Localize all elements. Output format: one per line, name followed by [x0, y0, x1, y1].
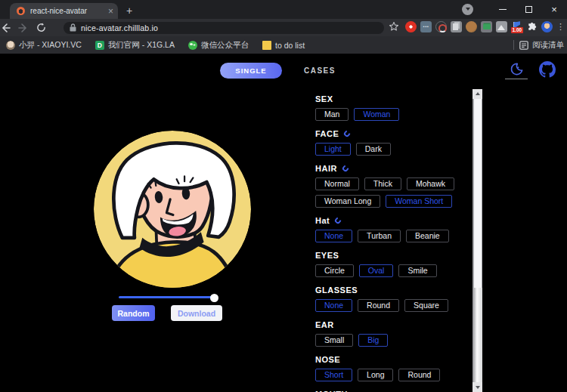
- config-panel: SEXManWomanFACELightDarkHAIRNormalThickM…: [315, 94, 470, 392]
- scroll-down-icon[interactable]: [472, 382, 482, 392]
- folder-extension-icon[interactable]: [481, 21, 492, 32]
- flag-extension-icon[interactable]: 1.00: [511, 21, 522, 32]
- browser-update-icon[interactable]: [462, 4, 473, 15]
- shuffle-icon[interactable]: [334, 216, 342, 224]
- back-icon[interactable]: [0, 23, 18, 33]
- config-scrollbar[interactable]: [472, 89, 482, 392]
- option-woman-long[interactable]: Woman Long: [315, 195, 380, 208]
- config-section-eyes: EYESCircleOvalSmile: [315, 250, 470, 277]
- option-short[interactable]: Short: [315, 369, 352, 381]
- section-label: EYES: [315, 250, 470, 260]
- moon-theme-icon[interactable]: [505, 60, 528, 78]
- close-button[interactable]: ×: [541, 0, 567, 19]
- config-section-glasses: GLASSESNoneRoundSquare: [315, 285, 470, 312]
- option-smile[interactable]: Smile: [398, 264, 436, 277]
- active-indicator: [505, 79, 528, 79]
- option-square[interactable]: Square: [404, 299, 448, 312]
- config-section-ear: EARSmallBig: [315, 319, 470, 347]
- config-section-hat: HatNoneTurbanBeanie: [315, 215, 470, 242]
- section-label: Hat: [315, 215, 470, 225]
- option-small[interactable]: Small: [315, 334, 353, 347]
- section-label: EAR: [315, 319, 470, 329]
- option-beanie[interactable]: Beanie: [406, 230, 449, 242]
- bookmark-item[interactable]: 微信公众平台: [188, 40, 249, 51]
- yellow-note-favicon-icon: [262, 41, 271, 50]
- option-thick[interactable]: Thick: [364, 177, 401, 190]
- option-turban[interactable]: Turban: [358, 230, 401, 242]
- option-none[interactable]: None: [315, 299, 352, 312]
- reading-list-icon: [519, 41, 528, 50]
- shuffle-icon[interactable]: [343, 129, 352, 137]
- download-button[interactable]: Download: [171, 305, 222, 321]
- dial-extension-icon[interactable]: [435, 21, 447, 32]
- bookmark-star-icon[interactable]: [389, 21, 399, 32]
- kebab-menu-icon[interactable]: ⋮: [556, 21, 564, 32]
- bookmark-item[interactable]: to do list: [262, 41, 305, 50]
- tab-close-icon[interactable]: ×: [108, 7, 113, 16]
- reload-icon[interactable]: [36, 23, 54, 32]
- option-long[interactable]: Long: [358, 369, 393, 381]
- config-section-mouth: MOUTH: [315, 389, 470, 392]
- option-woman[interactable]: Woman: [354, 108, 399, 121]
- github-icon[interactable]: [537, 60, 558, 79]
- tab-cases[interactable]: CASES: [304, 66, 336, 75]
- green-d-favicon-icon: [95, 41, 104, 50]
- image-extension-icon[interactable]: [496, 21, 507, 32]
- option-mohawk[interactable]: Mohawk: [407, 177, 454, 190]
- option-circle[interactable]: Circle: [315, 264, 354, 277]
- option-man[interactable]: Man: [315, 108, 349, 121]
- bookmark-item[interactable]: 小羿 - XIAOYI.VC: [6, 40, 82, 51]
- option-normal[interactable]: Normal: [315, 177, 359, 190]
- copy-extension-icon[interactable]: [451, 21, 462, 32]
- scrollbar-thumb[interactable]: [473, 99, 482, 288]
- section-label: HAIR: [315, 163, 470, 173]
- slider-thumb[interactable]: [210, 294, 218, 302]
- reading-list-button[interactable]: 阅读清单: [519, 40, 567, 51]
- lock-icon: [70, 23, 76, 32]
- page-content: SINGLE CASES: [0, 54, 567, 392]
- url-text: nice-avatar.chilllab.io: [81, 23, 158, 32]
- option-none[interactable]: None: [315, 230, 352, 242]
- section-label: SEX: [315, 94, 470, 103]
- slider-track[interactable]: [119, 296, 218, 298]
- option-big[interactable]: Big: [358, 334, 388, 347]
- shuffle-icon[interactable]: [341, 164, 349, 172]
- section-label: GLASSES: [315, 285, 470, 295]
- bookmarks-bar: 小羿 - XIAOYI.VC 我们官网 - X1G.LA 微信公众平台 to d…: [0, 36, 567, 54]
- option-dark[interactable]: Dark: [356, 143, 391, 156]
- cookie-extension-icon[interactable]: [466, 21, 477, 32]
- option-round[interactable]: Round: [398, 369, 440, 381]
- minimize-button[interactable]: [490, 0, 516, 19]
- random-button[interactable]: Random: [112, 305, 155, 321]
- section-label: FACE: [315, 128, 470, 138]
- option-oval[interactable]: Oval: [359, 264, 394, 277]
- option-round[interactable]: Round: [358, 299, 399, 312]
- dots-extension-icon[interactable]: [420, 21, 432, 32]
- site-favicon-icon: [17, 7, 25, 15]
- browser-toolbar: nice-avatar.chilllab.io 1.00 ⋮: [0, 19, 567, 36]
- profile-avatar-icon[interactable]: [541, 21, 553, 32]
- section-label: NOSE: [315, 354, 470, 364]
- red-dot-extension-icon[interactable]: [405, 21, 417, 32]
- extensions-puzzle-icon[interactable]: [526, 21, 538, 32]
- option-light[interactable]: Light: [315, 143, 351, 156]
- scroll-up-icon[interactable]: [472, 89, 482, 99]
- bookmark-item[interactable]: 我们官网 - X1G.LA: [95, 40, 175, 51]
- browser-titlebar: react-nice-avatar × + ×: [0, 0, 567, 19]
- browser-tab[interactable]: react-nice-avatar ×: [10, 3, 118, 19]
- address-bar[interactable]: nice-avatar.chilllab.io: [64, 22, 384, 34]
- browser-window: react-nice-avatar × + × nice-avatar.chil…: [0, 0, 567, 392]
- config-section-hair: HAIRNormalThickMohawkWoman LongWoman Sho…: [315, 163, 470, 208]
- divider: [513, 40, 514, 50]
- avatar-favicon-icon: [6, 41, 15, 50]
- new-tab-button[interactable]: +: [126, 4, 132, 17]
- wechat-favicon-icon: [188, 41, 197, 50]
- option-woman-short[interactable]: Woman Short: [386, 195, 452, 208]
- zoom-slider[interactable]: [119, 292, 218, 302]
- tab-title: react-nice-avatar: [30, 7, 105, 15]
- tab-single[interactable]: SINGLE: [220, 63, 282, 79]
- forward-icon[interactable]: [18, 23, 36, 33]
- extension-badge: 1.00: [511, 27, 523, 33]
- maximize-button[interactable]: [516, 0, 541, 19]
- avatar-preview[interactable]: [94, 131, 251, 288]
